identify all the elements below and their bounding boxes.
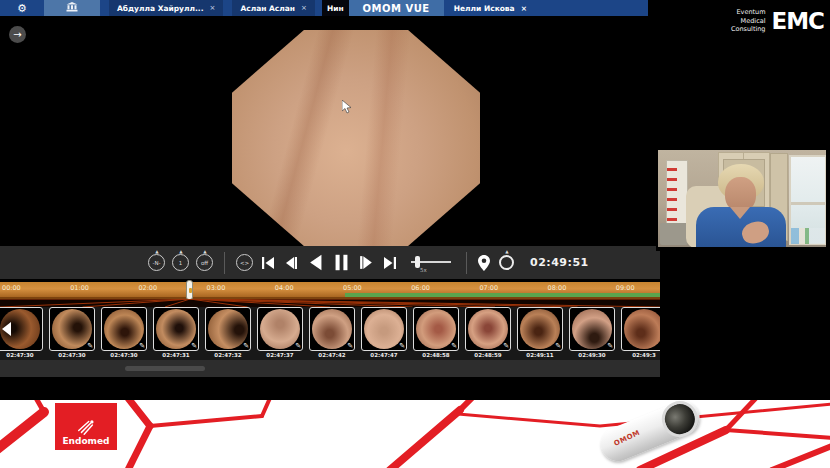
- thumbnail-image: ✎: [101, 307, 147, 351]
- emc-line-2: Medical: [731, 17, 766, 25]
- thumbnail-image: ✎: [465, 307, 511, 351]
- tab-patient-4[interactable]: Нелли Искова ×: [444, 0, 537, 16]
- tab-label: Нелли Искова: [454, 4, 515, 13]
- timeline-bar[interactable]: 00:0001:0002:0003:0004:0005:0006:0007:00…: [0, 282, 660, 299]
- thumbnail-timestamp: 02:47:30: [0, 352, 44, 358]
- edit-pencil-icon: ✎: [139, 342, 145, 350]
- thumbnail-timestamp: 02:48:58: [412, 352, 460, 358]
- thumbnail-image: ✎: [413, 307, 459, 351]
- mode-1-button[interactable]: ▲ 1: [172, 254, 189, 271]
- thumbnail-timestamp: 02:47:47: [360, 352, 408, 358]
- current-time: 02:49:51: [530, 256, 589, 269]
- timeline-tick-label: 01:00: [70, 284, 106, 292]
- thumbnail-strip: 02:47:30✎02:47:30✎02:47:30✎02:47:31✎02:4…: [0, 307, 660, 360]
- emc-logo: Eventum Medical Consulting EMC: [686, 8, 824, 34]
- emc-wordmark: EMC: [772, 8, 824, 34]
- playback-controls: ▲ -N- ▲ 1 ▲ off <>: [0, 246, 660, 279]
- tab-patient-2[interactable]: Аслан Аслан ×: [232, 0, 314, 16]
- skip-to-end-button[interactable]: [382, 253, 398, 273]
- thumbnail-image: ✎: [257, 307, 303, 351]
- thumbnail[interactable]: 02:49:3: [620, 307, 660, 358]
- thumbnail[interactable]: ✎02:48:58: [412, 307, 460, 358]
- skip-to-start-button[interactable]: [260, 253, 276, 273]
- thumbnail-timestamp: 02:47:42: [308, 352, 356, 358]
- mode-off-button[interactable]: ▲ off: [196, 254, 213, 271]
- thumbnail-timestamp: 02:47:30: [48, 352, 96, 358]
- thumbnail[interactable]: ✎02:49:11: [516, 307, 564, 358]
- chevron-up-icon: ▲: [505, 249, 508, 254]
- bird-icon: [75, 416, 97, 436]
- timeline-tick-label: 08:00: [548, 284, 584, 292]
- capsule-position-button[interactable]: ▲: [499, 255, 515, 271]
- mode-n-button[interactable]: ▲ -N-: [148, 254, 165, 271]
- thumbnail-image: ✎: [361, 307, 407, 351]
- edit-pencil-icon: ✎: [451, 342, 457, 350]
- back-button[interactable]: →: [9, 26, 26, 43]
- thumbnail-image: ✎: [309, 307, 355, 351]
- thumbnail[interactable]: ✎02:47:31: [152, 307, 200, 358]
- compare-view-button[interactable]: <>: [236, 254, 253, 271]
- thumbnail-image: ✎: [205, 307, 251, 351]
- edit-pencil-icon: ✎: [243, 342, 249, 350]
- thumbnail-timestamp: 02:48:59: [464, 352, 512, 358]
- step-backward-button[interactable]: [283, 253, 299, 273]
- home-tab[interactable]: [44, 0, 100, 16]
- timeline-tick-label: 02:00: [138, 284, 174, 292]
- pause-button[interactable]: [332, 253, 351, 273]
- thumbnails-prev-arrow[interactable]: [2, 322, 11, 336]
- thumbnail[interactable]: ✎02:48:59: [464, 307, 512, 358]
- edit-pencil-icon: ✎: [191, 342, 197, 350]
- timeline-tick-label: 04:00: [275, 284, 311, 292]
- thumbnail-timestamp: 02:49:3: [620, 352, 660, 358]
- tab-patient-1[interactable]: Абдулла Хайрулл... ×: [109, 0, 223, 16]
- chevron-up-icon: ▲: [203, 249, 206, 254]
- chevron-up-icon: ▲: [155, 249, 158, 254]
- tab-bar: ⚙ Абдулла Хайрулл... × Аслан Аслан × Нин…: [0, 0, 648, 16]
- tab-label: Нин: [327, 4, 344, 13]
- thumbnail-image: [621, 307, 660, 351]
- thumbnail[interactable]: ✎02:47:30: [100, 307, 148, 358]
- capsule-ring-icon: [499, 255, 514, 270]
- close-icon[interactable]: ×: [521, 4, 527, 13]
- thumbnail-timestamp: 02:49:11: [516, 352, 564, 358]
- timeline-tick-label: 05:00: [343, 284, 379, 292]
- divider: [466, 252, 467, 274]
- thumbnail[interactable]: ✎02:49:30: [568, 307, 616, 358]
- scrollbar-thumb[interactable]: [125, 366, 205, 371]
- close-icon[interactable]: ×: [210, 4, 216, 12]
- timeline-position-marker[interactable]: [186, 280, 193, 300]
- thumbnail[interactable]: ✎02:47:42: [308, 307, 356, 358]
- tab-label: Аслан Аслан: [240, 4, 295, 13]
- edit-pencil-icon: ✎: [399, 342, 405, 350]
- thumbnail-timestamp: 02:47:37: [256, 352, 304, 358]
- mode-off-label: off: [201, 260, 208, 266]
- thumbnail-image: ✎: [153, 307, 199, 351]
- thumbnail-scrollbar[interactable]: [0, 360, 660, 377]
- location-pin-button[interactable]: [478, 253, 490, 273]
- edit-pencil-icon: ✎: [503, 342, 509, 350]
- webcam-video-tile[interactable]: [656, 146, 828, 251]
- emc-line-1: Eventum: [731, 8, 766, 16]
- timeline-tick-label: 06:00: [411, 284, 447, 292]
- emc-line-3: Consulting: [731, 25, 766, 33]
- thumbnail[interactable]: ✎02:47:30: [48, 307, 96, 358]
- thumbnail[interactable]: ✎02:47:32: [204, 307, 252, 358]
- tab-patient-3[interactable]: Нин: [322, 0, 349, 16]
- timeline-thumbnail-connector-lines: [0, 299, 660, 307]
- thumbnail-timestamp: 02:47:31: [152, 352, 200, 358]
- speed-slider[interactable]: 5x: [409, 253, 455, 273]
- edit-pencil-icon: ✎: [295, 342, 301, 350]
- play-backward-button[interactable]: [306, 253, 325, 273]
- chevron-up-icon: ▲: [179, 249, 182, 254]
- step-forward-button[interactable]: [358, 253, 375, 273]
- settings-gear-icon[interactable]: ⚙: [0, 0, 44, 16]
- speed-label: 5x: [420, 267, 427, 273]
- thumbnail[interactable]: ✎02:47:47: [360, 307, 408, 358]
- close-icon[interactable]: ×: [301, 4, 307, 12]
- webcam-room: [658, 150, 826, 247]
- tab-label: Абдулла Хайрулл...: [117, 4, 204, 13]
- edit-pencil-icon: ✎: [87, 342, 93, 350]
- endomed-logo: Endomed: [55, 403, 117, 450]
- thumbnail[interactable]: ✎02:47:37: [256, 307, 304, 358]
- desk-device: [660, 223, 688, 245]
